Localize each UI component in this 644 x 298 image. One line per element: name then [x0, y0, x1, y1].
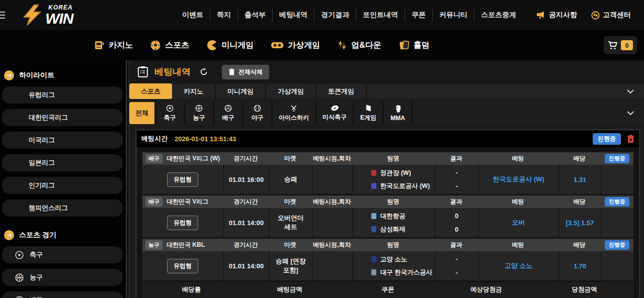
clipboard-icon: [137, 66, 148, 78]
status-badge: 진행중: [605, 154, 629, 163]
sidebar-item-europe-league[interactable]: 유럽리그: [2, 86, 123, 104]
nav-customer-center[interactable]: 고객센터: [591, 11, 631, 20]
tab-minigame[interactable]: 미니게임: [216, 83, 266, 99]
summary-expected-win: 예상당첨금 1,919,500 원: [437, 285, 535, 298]
sport-tab-all[interactable]: 전체: [129, 102, 156, 124]
sport-tab-soccer[interactable]: 축구: [156, 102, 185, 124]
sidebar-item-korea-league[interactable]: 대한민국리그: [2, 109, 123, 126]
brand-korea-label: KOREA: [48, 4, 72, 11]
game-navigation: 카지노 스포츠 미니게임 가상게임 업&다운 홀덤 0: [0, 30, 644, 60]
volleyball-icon: [15, 296, 24, 298]
gamenav-virtual[interactable]: 가상게임: [271, 40, 320, 51]
tab-tokengame[interactable]: 토큰게임: [316, 83, 367, 99]
bet-summary: 배당률 3.49 베팅금액 550,000 원 쿠폰 0 원 예상당첨금 1,9…: [142, 282, 633, 298]
team-logo: [371, 183, 376, 189]
bet-selection: 한국도로공사 (W): [478, 165, 558, 194]
sport-tab-ice-hockey[interactable]: 아이스하키: [273, 102, 316, 124]
delete-bet-icon[interactable]: [627, 135, 634, 143]
match-data-row: 유럽형 01.01 16:00 승패 정관장 (W) 한국도로공사 (W) - …: [142, 165, 633, 194]
tab-sports[interactable]: 스포츠: [129, 83, 172, 99]
nav-community[interactable]: 커뮤니티: [433, 9, 474, 22]
gamenav-updown[interactable]: 업&다운: [337, 40, 381, 51]
american-football-icon: [331, 105, 339, 112]
gamenav-minigame[interactable]: 미니게임: [206, 40, 254, 51]
summary-bet-amount: 베팅금액 550,000 원: [240, 285, 339, 298]
volleyball-icon: [224, 105, 232, 112]
playing-cards-icon: [398, 40, 410, 51]
category-tabs: 스포츠 카지노 미니게임 가상게임 토큰게임: [129, 83, 644, 99]
sidebar-item-volleyball[interactable]: 배구: [2, 291, 123, 298]
team-logo: [371, 269, 376, 275]
hockey-sticks-icon: [290, 105, 298, 112]
sport-badge: 배구: [145, 154, 163, 163]
brand-logo[interactable]: KOREA WIN: [19, 4, 73, 26]
sport-tabs: 전체 축구 농구 배구 야구 아이스하키: [129, 102, 644, 124]
sidebar: 하이라이트 유럽리그 대한민국리그 미국리그 일본리그 인기리그 챔피언스리그 …: [0, 60, 126, 298]
nav-messages[interactable]: 쪽지: [210, 9, 238, 22]
cart-count-badge: 0: [621, 40, 633, 50]
summary-total-odds: 배당률 3.49: [142, 285, 240, 298]
nav-sports-broadcast[interactable]: 스포츠중계: [474, 9, 523, 22]
nav-coupons[interactable]: 쿠폰: [405, 9, 433, 22]
sidebar-section-highlight: 하이라이트: [0, 66, 126, 86]
team-logo: [371, 256, 376, 262]
match-data-row: 유럽형 01.01 14:00 승패 [연장포함] 고양 소노 대구 한국가스공…: [142, 251, 633, 280]
sidebar-item-soccer[interactable]: 축구: [2, 246, 123, 263]
sidebar-item-champions-league[interactable]: 챔피언스리그: [2, 200, 123, 217]
refresh-button[interactable]: [200, 68, 208, 76]
sport-tab-basketball[interactable]: 농구: [185, 102, 214, 124]
top-bar: KOREA WIN 이벤트 쪽지 출석부 베팅내역 경기결과 포인트내역 쿠폰 …: [0, 0, 644, 30]
gamenav-casino[interactable]: 카지노: [94, 40, 133, 51]
bet-odds: 1.31: [558, 165, 601, 194]
nav-events[interactable]: 이벤트: [176, 9, 210, 22]
sport-tab-mma[interactable]: MMA: [384, 102, 413, 124]
nav-bet-history[interactable]: 베팅내역: [273, 9, 314, 22]
bet-time-label: 베팅시간: [141, 134, 168, 143]
nav-point-history[interactable]: 포인트내역: [356, 9, 405, 22]
basketball-icon: [15, 273, 24, 282]
top-navigation: 이벤트 쪽지 출석부 베팅내역 경기결과 포인트내역 쿠폰 커뮤니티 스포츠중계: [176, 0, 523, 30]
status-badge: 진행중: [593, 133, 621, 145]
match-header-row: 배구 대한민국 V리그 (W) 경기시간 마켓 베팅시점,회차 팀명 결과 베팅…: [142, 152, 633, 165]
tab-casino[interactable]: 카지노: [172, 83, 216, 99]
cart-icon: [608, 41, 618, 50]
nav-match-results[interactable]: 경기결과: [314, 9, 356, 22]
sidebar-item-popular-league[interactable]: 인기리그: [2, 177, 123, 194]
match-header-row: 배구 대한민국 V리그 경기시간 마켓 베팅시점,회차 팀명 결과 베팅 배당 …: [142, 195, 633, 208]
sidebar-item-usa-league[interactable]: 미국리그: [2, 132, 123, 149]
nav-notice[interactable]: 공지사항: [537, 11, 577, 20]
league-name: 대한민국 V리그 (W): [167, 154, 220, 163]
hamburger-menu-icon[interactable]: [0, 12, 5, 19]
bet-type-badge[interactable]: 유럽형: [167, 216, 198, 230]
sidebar-section-sports: 스포츠 경기: [0, 222, 126, 246]
summary-coupon: 쿠폰 0 원: [339, 285, 437, 298]
trash-icon: [228, 68, 235, 75]
status-badge: 진행중: [605, 197, 629, 207]
vr-goggles-icon: [271, 41, 284, 50]
bet-type-badge[interactable]: 유럽형: [167, 259, 198, 273]
chevron-down-icon[interactable]: [627, 89, 634, 93]
status-badge: 진행중: [605, 240, 629, 250]
sport-tab-egame[interactable]: E게임: [354, 102, 384, 124]
main-panel: 베팅내역 전체삭제 스포츠 카지노 미니게임 가상게임 토큰게임 전체: [129, 60, 644, 298]
gamenav-holdem[interactable]: 홀덤: [398, 40, 430, 51]
nav-attendance[interactable]: 출석부: [238, 9, 273, 22]
bet-type-badge[interactable]: 유럽형: [167, 172, 198, 187]
basketball-icon: [195, 105, 203, 112]
team-logo: [371, 213, 376, 219]
sport-tab-american-football[interactable]: 미식축구: [316, 102, 354, 124]
sidebar-item-basketball[interactable]: 농구: [2, 269, 123, 286]
match-header-row: 농구 대한민국 KBL 경기시간 마켓 베팅시점,회차 팀명 결과 베팅 배당 …: [142, 239, 633, 251]
arrow-circle-icon: [4, 70, 14, 80]
sport-tab-baseball[interactable]: 야구: [244, 102, 273, 124]
chevron-down-icon[interactable]: [627, 111, 634, 115]
delete-all-button[interactable]: 전체삭제: [222, 65, 269, 79]
bet-selection: 오버: [478, 208, 558, 237]
sidebar-item-japan-league[interactable]: 일본리그: [2, 154, 123, 171]
bet-cart-button[interactable]: 0: [604, 36, 637, 54]
tab-virtual[interactable]: 가상게임: [266, 83, 316, 99]
gamenav-sports[interactable]: 스포츠: [150, 40, 189, 51]
sport-tab-volleyball[interactable]: 배구: [214, 102, 244, 124]
bet-slip-header: 베팅시간 2026-01-01 13:51:43 진행중: [136, 130, 639, 147]
bet-selection: 고양 소노: [478, 251, 558, 280]
